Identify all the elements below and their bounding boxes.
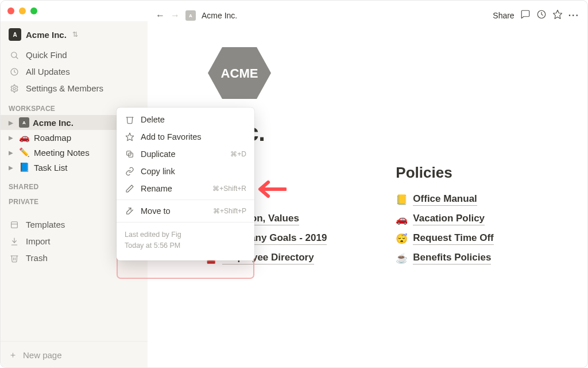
page-link[interactable]: 😴Request Time Off <box>396 232 493 245</box>
edit-icon <box>125 184 135 193</box>
gear-icon <box>9 84 20 93</box>
menu-add-favorites[interactable]: Add to Favorites <box>117 128 254 145</box>
page-icon-acme: A <box>19 117 29 128</box>
window-minimize-icon[interactable] <box>19 7 26 14</box>
menu-label: Add to Favorites <box>141 132 202 141</box>
page-link[interactable]: ☕Benefits Policies <box>396 252 493 264</box>
caret-right-icon[interactable]: ▶ <box>9 135 16 141</box>
breadcrumb[interactable]: Acme Inc. <box>202 11 237 20</box>
page-title: e Inc. <box>205 119 553 147</box>
quick-find[interactable]: Quick Find <box>1 47 148 63</box>
tree-label: Task List <box>34 163 67 172</box>
star-icon <box>125 132 135 141</box>
new-page-button[interactable]: ＋ New page <box>1 341 148 368</box>
menu-label: Rename <box>141 184 172 193</box>
page-link[interactable]: 📒Office Manual <box>396 193 493 206</box>
menu-label: Copy link <box>141 167 175 176</box>
all-updates[interactable]: All Updates <box>1 63 148 80</box>
breadcrumb-icon: A <box>185 10 196 21</box>
settings-members[interactable]: Settings & Members <box>1 80 148 97</box>
workspace-name: Acme Inc. <box>26 30 67 40</box>
import-label: Import <box>26 236 51 246</box>
move-icon <box>125 206 135 216</box>
meta-timestamp: Today at 5:56 PM <box>125 240 246 251</box>
search-icon <box>9 51 20 60</box>
comments-icon[interactable] <box>520 9 531 22</box>
svg-text:ACME: ACME <box>221 66 258 80</box>
shortcut: ⌘+D <box>230 150 246 158</box>
tree-label: Roadmap <box>34 133 71 143</box>
svg-marker-8 <box>553 10 562 19</box>
workspace-switcher[interactable]: A Acme Inc. ⇅ <box>1 25 148 47</box>
caret-right-icon[interactable]: ▶ <box>9 120 16 126</box>
download-icon <box>9 237 20 246</box>
trash-icon <box>9 254 20 263</box>
link-icon <box>125 167 135 176</box>
menu-label: Delete <box>141 115 165 124</box>
favorite-icon[interactable] <box>552 9 563 22</box>
clock-icon <box>9 67 20 76</box>
page-icon: 📘 <box>19 162 30 172</box>
menu-copy-link[interactable]: Copy link <box>117 163 254 180</box>
new-page-label: New page <box>23 350 62 360</box>
nav-forward-button[interactable]: → <box>171 10 180 21</box>
column-policies: Policies 📒Office Manual 🚗Vacation Policy… <box>396 164 493 271</box>
chevron-up-down-icon: ⇅ <box>72 30 78 39</box>
window-zoom-icon[interactable] <box>30 7 37 14</box>
tree-label: Meeting Notes <box>34 148 90 158</box>
more-icon[interactable]: ··· <box>568 10 579 21</box>
nav-back-button[interactable]: ← <box>156 10 165 21</box>
menu-label: Duplicate <box>141 150 175 159</box>
heading-policies: Policies <box>396 164 493 182</box>
context-menu: Delete Add to Favorites Duplicate ⌘+D Co… <box>117 108 254 260</box>
svg-marker-11 <box>126 133 133 140</box>
plus-icon: ＋ <box>9 350 17 361</box>
trash-label: Trash <box>26 253 48 263</box>
page-icon: ✏️ <box>19 147 30 158</box>
svg-rect-4 <box>11 221 18 228</box>
caret-right-icon[interactable]: ▶ <box>9 150 16 156</box>
all-updates-label: All Updates <box>26 67 70 76</box>
meta-edited-by: Last edited by Fig <box>125 229 246 240</box>
shortcut: ⌘+Shift+R <box>212 185 246 193</box>
menu-duplicate[interactable]: Duplicate ⌘+D <box>117 145 254 163</box>
workspace-icon: A <box>9 28 21 41</box>
page-icon: 🚗 <box>19 132 30 143</box>
svg-point-3 <box>13 87 16 90</box>
menu-rename[interactable]: Rename ⌘+Shift+R <box>117 180 254 197</box>
svg-line-1 <box>16 56 18 58</box>
menu-separator <box>117 222 254 223</box>
settings-label: Settings & Members <box>26 83 103 93</box>
share-button[interactable]: Share <box>493 11 514 20</box>
menu-delete[interactable]: Delete <box>117 111 254 128</box>
menu-separator <box>117 200 254 200</box>
trash-icon <box>125 115 135 124</box>
quick-find-label: Quick Find <box>26 50 67 60</box>
updates-icon[interactable] <box>536 9 547 22</box>
window-close-icon[interactable] <box>7 7 14 14</box>
menu-label: Move to <box>141 206 171 216</box>
page-logo: ACME <box>205 44 274 102</box>
tree-label: Acme Inc. <box>33 118 74 128</box>
templates-label: Templates <box>26 220 65 229</box>
page-link[interactable]: 🚗Vacation Policy <box>396 213 493 225</box>
menu-meta: Last edited by Fig Today at 5:56 PM <box>117 225 254 257</box>
template-icon <box>9 220 20 229</box>
duplicate-icon <box>125 150 135 159</box>
menu-move-to[interactable]: Move to ⌘+Shift+P <box>117 202 254 220</box>
shortcut: ⌘+Shift+P <box>213 207 246 215</box>
caret-right-icon[interactable]: ▶ <box>9 164 16 171</box>
